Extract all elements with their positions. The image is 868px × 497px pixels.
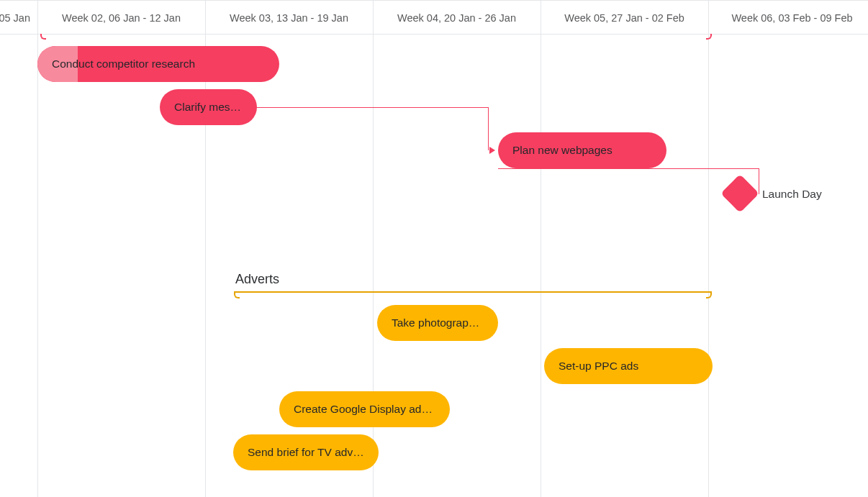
dependency-line [257,107,488,108]
dependency-arrow-icon [489,147,495,154]
dependency-line [759,168,759,194]
task-take-photographs[interactable]: Take photographs… [377,305,498,341]
task-competitor-research[interactable]: Conduct competitor research [37,46,279,82]
task-label: Conduct competitor research [52,58,195,70]
group-bracket-adverts [235,291,710,300]
group-bracket-pink [40,34,712,38]
gantt-chart: Week 01, 30 Dec - 05 Jan Week 02, 06 Jan… [0,0,868,497]
dependency-line [498,168,759,169]
task-tv-advert-brief[interactable]: Send brief for TV advert [233,434,379,470]
timeline-col-5[interactable]: Week 06, 03 Feb - 09 Feb [708,1,868,35]
timeline-col-2[interactable]: Week 03, 13 Jan - 19 Jan [205,1,373,35]
timeline-col-4[interactable]: Week 05, 27 Jan - 02 Feb [541,1,708,35]
group-label-adverts[interactable]: Adverts [235,272,279,287]
diamond-icon [720,174,759,213]
gantt-body[interactable]: Conduct competitor research Clarify mess… [0,35,868,497]
milestone-label: Launch Day [762,188,822,201]
dependency-line [488,107,489,150]
task-google-display[interactable]: Create Google Display adv… [279,391,450,427]
timeline-col-3[interactable]: Week 04, 20 Jan - 26 Jan [373,1,541,35]
task-label: Create Google Display adv… [294,403,435,416]
task-label: Clarify messa… [174,101,243,114]
task-label: Take photographs… [392,316,484,329]
timeline-col-0[interactable]: Week 01, 30 Dec - 05 Jan [0,1,37,35]
task-ppc-ads[interactable]: Set-up PPC ads [544,348,713,384]
timeline-header: Week 01, 30 Dec - 05 Jan Week 02, 06 Jan… [0,0,868,35]
task-label: Plan new webpages [512,144,612,157]
task-clarify-messaging[interactable]: Clarify messa… [160,89,257,125]
task-label: Send brief for TV advert [248,446,364,459]
task-label: Set-up PPC ads [559,360,638,373]
timeline-col-1[interactable]: Week 02, 06 Jan - 12 Jan [37,1,205,35]
milestone-launch-day[interactable] [722,175,758,211]
task-plan-webpages[interactable]: Plan new webpages [498,132,666,168]
